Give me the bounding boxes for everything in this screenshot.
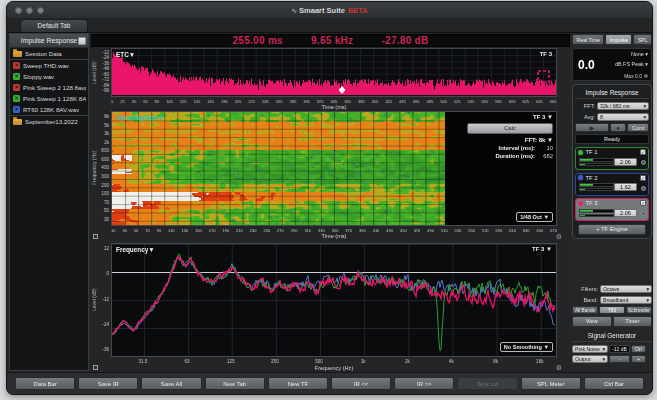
generator-level-up-button[interactable]: + xyxy=(631,355,646,363)
toolbar-button-ir-[interactable]: IR >> xyxy=(394,377,454,390)
spectrograph-x-tick: 70 xyxy=(145,228,149,233)
generator-level-down-button[interactable]: - xyxy=(609,355,630,363)
duration-value[interactable]: 682 xyxy=(540,153,553,159)
interval-value[interactable]: 10 xyxy=(540,145,553,151)
engine-enabled-checkbox[interactable]: ✓ xyxy=(640,200,646,206)
etc-y-tick: -84 xyxy=(102,83,109,88)
panel-expand-icon[interactable] xyxy=(93,365,98,370)
sidebar-file-item[interactable]: ✕Pink Sweep 2 128 8avg.wav xyxy=(10,82,88,93)
folder-icon xyxy=(13,119,22,125)
spectrograph-settings-gear-icon[interactable]: ⚙ xyxy=(556,233,562,240)
panel-expand-icon[interactable] xyxy=(93,234,98,239)
engine-delay-value[interactable]: 2.06 xyxy=(614,209,637,217)
spectrograph-x-tick: 510 xyxy=(441,228,448,233)
band-select[interactable]: Broadband▾ xyxy=(600,296,652,304)
avg-select[interactable]: 8▾ xyxy=(597,113,649,121)
frequency-tf-select[interactable]: TF 3 ▼ xyxy=(532,246,552,252)
frequency-plot-type-select[interactable]: Frequency▼ xyxy=(116,246,155,253)
frequency-x-tick: 8k xyxy=(493,359,498,364)
frequency-plot[interactable]: Frequency▼ TF 3 ▼ No Smoothing ▼ xyxy=(111,243,557,357)
tf-engine-tf-3[interactable]: TF 3✓2.06 xyxy=(575,198,649,221)
toolbar-button-new-tf[interactable]: New TF xyxy=(268,377,328,390)
engine-enabled-checkbox[interactable]: ✓ xyxy=(640,149,646,155)
sidebar-file-item[interactable]: ✕Sloppy.wav xyxy=(10,71,88,82)
etc-plot-type-select[interactable]: ETC▼ xyxy=(116,51,135,58)
band-button-t60[interactable]: T60 xyxy=(599,306,625,314)
timer-button[interactable]: Timer xyxy=(613,316,653,327)
spectrograph-plot[interactable]: Spectrograph▼ TF 3 ▼ Calc FFT: 8k ▼ Inte… xyxy=(111,111,557,226)
spectrograph-x-tick: 650 xyxy=(537,228,544,233)
toolbar-button-new-tab[interactable]: New Tab xyxy=(205,377,265,390)
toolbar-button-ctrl-bar[interactable]: Ctrl Bar xyxy=(584,377,644,390)
spectrograph-x-tick: 110 xyxy=(168,228,174,233)
etc-x-axis-ticks: 5254565851051251451651852052252452652853… xyxy=(111,99,557,104)
meter-reset-icon[interactable] xyxy=(644,74,648,78)
generator-on-button[interactable]: On xyxy=(631,345,646,353)
frequency-y-axis-ticks: 120-12-24-36 xyxy=(98,246,109,352)
smoothing-select[interactable]: No Smoothing ▼ xyxy=(500,342,553,352)
fft-select[interactable]: 32k / 682 ms▾ xyxy=(597,102,649,110)
app-icon: ∿ xyxy=(291,7,297,14)
toolbar-button-data-bar[interactable]: Data Bar xyxy=(15,377,75,390)
spectrograph-x-tick: 670 xyxy=(550,228,557,233)
etc-x-tick: 545 xyxy=(468,99,475,104)
mode-button-spl[interactable]: SPL xyxy=(633,34,652,45)
etc-plot[interactable]: ETC▼ TF 3 xyxy=(111,48,557,97)
play-button[interactable]: ▶ xyxy=(575,123,609,132)
spectrograph-fft-select[interactable]: FFT: 8k ▼ xyxy=(425,137,553,143)
engine-track-radio[interactable] xyxy=(641,160,646,165)
filters-label: Filters: xyxy=(581,286,598,292)
etc-trace-canvas[interactable] xyxy=(112,49,556,96)
toolbar-button-ir-[interactable]: IR << xyxy=(331,377,391,390)
engine-track-radio[interactable] xyxy=(641,186,646,191)
toolbar-button-spl-meter[interactable]: SPL Meter xyxy=(521,377,581,390)
frequency-trace-canvas[interactable] xyxy=(112,244,556,356)
generator-output-select[interactable]: Output▾ xyxy=(572,355,608,363)
etc-x-tick: 565 xyxy=(481,99,488,104)
beta-badge: BETA xyxy=(348,6,368,15)
frequency-settings-gear-icon[interactable]: ⚙ xyxy=(556,364,562,371)
record-button[interactable]: ● xyxy=(610,123,626,132)
toolbar-button-save-all[interactable]: Save All xyxy=(141,377,201,390)
sidebar-folder-item[interactable]: September13.2022 xyxy=(10,116,88,127)
meter-source-select[interactable]: None ▾ xyxy=(631,51,648,57)
spectrograph-x-tick: 210 xyxy=(236,228,243,233)
etc-x-tick: 265 xyxy=(276,99,283,104)
sidebar-file-item[interactable]: ✕RT60 128K 8AV.wav xyxy=(10,104,88,116)
sidebar-menu-icon[interactable] xyxy=(78,37,86,45)
spectrograph-y-tick: 3k xyxy=(104,131,109,136)
tf-engine-list: TF 1✓2.06TF 2✓1.62TF 3✓2.06 xyxy=(575,147,649,221)
engine-delay-value[interactable]: 2.06 xyxy=(614,158,637,166)
spectrograph-tf-select[interactable]: TF 3 ▼ xyxy=(425,114,553,120)
etc-y-tick: -48 xyxy=(102,66,109,71)
toolbar-button-save-ir[interactable]: Save IR xyxy=(78,377,138,390)
spectrograph-x-tick: 570 xyxy=(482,228,489,233)
meter-unit-select[interactable]: dB FS Peak ▾ xyxy=(615,61,648,67)
continuous-button[interactable]: Cont xyxy=(627,123,649,132)
sidebar-file-item[interactable]: ✕Pink Sweep 1 128K 8AVG.wav xyxy=(10,93,88,104)
mode-button-real-time[interactable]: Real Time xyxy=(572,34,604,45)
sidebar-folder-item[interactable]: Session Data xyxy=(10,48,88,60)
frequency-x-tick: 125 xyxy=(227,359,235,364)
engine-delay-value[interactable]: 1.62 xyxy=(614,183,637,191)
band-button-schroeder[interactable]: Schroeder xyxy=(626,306,652,314)
mode-button-impulse[interactable]: Impulse xyxy=(605,34,632,45)
etc-y-axis-label: Level (dB) xyxy=(91,52,98,93)
spectrograph-resolution-select[interactable]: 1/48 Oct ▼ xyxy=(516,212,553,222)
spectrograph-x-tick: 290 xyxy=(291,228,298,233)
view-button[interactable]: View xyxy=(572,316,612,327)
sidebar-file-item[interactable]: ✕Sweep THD.wav xyxy=(10,60,88,71)
signal-generator-title: Signal Generator xyxy=(572,330,652,342)
engine-track-radio[interactable] xyxy=(641,211,646,216)
add-tf-engine-button[interactable]: + TF Engine xyxy=(578,224,646,235)
generator-source-select[interactable]: Pink Noise▾ xyxy=(572,345,608,353)
spectrograph-x-tick: 10 xyxy=(111,228,115,233)
filters-select[interactable]: Octave▾ xyxy=(600,285,652,293)
tab-default[interactable]: Default Tab xyxy=(20,19,88,32)
band-button-all-bands[interactable]: All Bands xyxy=(572,306,598,314)
tf-engine-tf-2[interactable]: TF 2✓1.62 xyxy=(575,173,649,196)
spectrograph-plot-type-select[interactable]: Spectrograph▼ xyxy=(116,114,164,121)
engine-enabled-checkbox[interactable]: ✓ xyxy=(640,175,646,181)
tf-engine-tf-1[interactable]: TF 1✓2.06 xyxy=(575,147,649,170)
calc-button[interactable]: Calc xyxy=(467,123,553,134)
